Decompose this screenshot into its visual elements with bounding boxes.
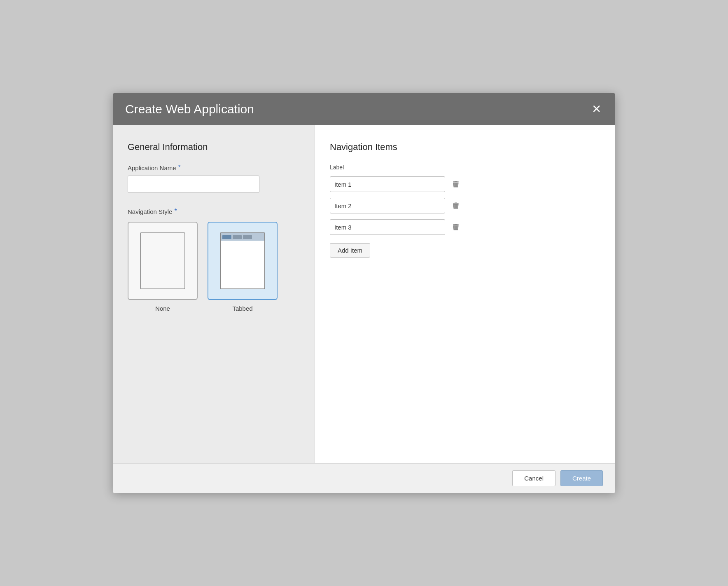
app-name-label: Application Name * [128, 164, 300, 171]
app-name-required-star: * [178, 164, 181, 171]
close-button[interactable]: ✕ [590, 103, 603, 115]
nav-style-none-box [128, 222, 198, 300]
nav-item-input-1[interactable] [330, 176, 445, 192]
dialog-body: General Information Application Name * N… [113, 125, 615, 463]
delete-item-3-button[interactable] [450, 221, 462, 233]
nav-item-row-2 [330, 198, 600, 213]
general-info-title: General Information [128, 142, 300, 152]
add-item-button[interactable]: Add Item [330, 243, 370, 258]
nav-style-options: None Ta [128, 222, 300, 312]
delete-item-1-button[interactable] [450, 178, 462, 190]
nav-items-title: Navigation Items [330, 142, 600, 152]
nav-item-row-1 [330, 176, 600, 192]
trash-icon-1 [452, 180, 460, 188]
nav-style-required-star: * [174, 208, 177, 215]
nav-style-label: Navigation Style * [128, 208, 300, 215]
nav-item-row-3 [330, 219, 600, 235]
nav-style-none-option[interactable]: None [128, 222, 198, 312]
cancel-button[interactable]: Cancel [512, 470, 555, 486]
trash-icon-2 [452, 202, 460, 210]
nav-style-section: Navigation Style * None [128, 208, 300, 312]
nav-style-tabbed-option[interactable]: Tabbed [208, 222, 278, 312]
nav-item-input-2[interactable] [330, 198, 445, 213]
tab-preview-3 [243, 235, 252, 239]
left-panel: General Information Application Name * N… [113, 125, 315, 463]
create-web-app-dialog: Create Web Application ✕ General Informa… [113, 93, 615, 493]
tab-preview-2 [233, 235, 242, 239]
tabbed-preview [220, 232, 265, 289]
tabbed-tabs-preview [221, 233, 264, 241]
dialog-footer: Cancel Create [113, 463, 615, 493]
dialog-title: Create Web Application [125, 102, 254, 116]
dialog-header: Create Web Application ✕ [113, 93, 615, 125]
app-name-input[interactable] [128, 176, 259, 193]
nav-item-input-3[interactable] [330, 219, 445, 235]
none-preview [140, 232, 185, 289]
trash-icon-3 [452, 223, 460, 231]
label-column-header: Label [330, 164, 600, 171]
delete-item-2-button[interactable] [450, 200, 462, 211]
create-button[interactable]: Create [560, 470, 603, 486]
nav-style-tabbed-label: Tabbed [232, 305, 252, 312]
nav-style-tabbed-box [208, 222, 278, 300]
tab-preview-1 [222, 235, 231, 239]
right-panel: Navigation Items Label [315, 125, 615, 463]
nav-style-none-label: None [155, 305, 170, 312]
